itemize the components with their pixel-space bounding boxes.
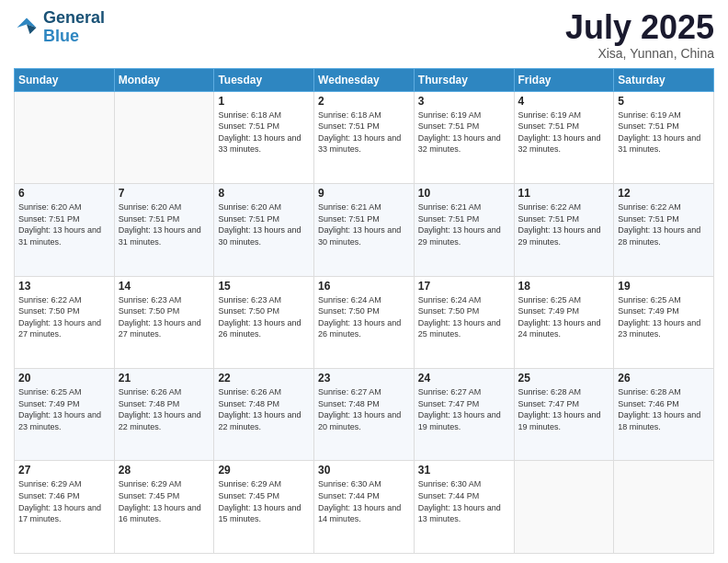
calendar-cell: 2Sunrise: 6:18 AMSunset: 7:51 PMDaylight… [314,91,415,183]
day-number: 24 [418,372,510,385]
calendar-cell: 1Sunrise: 6:18 AMSunset: 7:51 PMDaylight… [214,91,314,183]
cell-info: Sunrise: 6:25 AMSunset: 7:49 PMDaylight:… [618,294,710,340]
day-number: 4 [518,95,610,108]
day-number: 27 [18,464,110,477]
day-number: 25 [518,372,610,385]
calendar-cell: 27Sunrise: 6:29 AMSunset: 7:46 PMDayligh… [15,461,115,554]
day-number: 21 [119,372,210,385]
month-title: July 2025 [565,9,714,46]
calendar-cell: 28Sunrise: 6:29 AMSunset: 7:45 PMDayligh… [114,461,214,554]
logo-icon [14,15,40,40]
calendar-week-1: 1Sunrise: 6:18 AMSunset: 7:51 PMDaylight… [15,91,714,183]
calendar-cell: 11Sunrise: 6:22 AMSunset: 7:51 PMDayligh… [514,184,614,276]
cell-info: Sunrise: 6:20 AMSunset: 7:51 PMDaylight:… [218,201,310,247]
cell-info: Sunrise: 6:18 AMSunset: 7:51 PMDaylight:… [218,109,310,155]
calendar-cell: 22Sunrise: 6:26 AMSunset: 7:48 PMDayligh… [214,369,314,461]
calendar-cell: 26Sunrise: 6:28 AMSunset: 7:46 PMDayligh… [614,369,714,461]
cell-info: Sunrise: 6:20 AMSunset: 7:51 PMDaylight:… [18,201,110,247]
calendar-cell: 5Sunrise: 6:19 AMSunset: 7:51 PMDaylight… [614,91,714,183]
calendar-cell: 30Sunrise: 6:30 AMSunset: 7:44 PMDayligh… [314,461,415,554]
calendar-cell: 19Sunrise: 6:25 AMSunset: 7:49 PMDayligh… [614,276,714,368]
calendar-cell: 21Sunrise: 6:26 AMSunset: 7:48 PMDayligh… [114,369,214,461]
calendar-cell: 25Sunrise: 6:28 AMSunset: 7:47 PMDayligh… [514,369,614,461]
cell-info: Sunrise: 6:18 AMSunset: 7:51 PMDaylight:… [318,109,410,155]
logo: General Blue [14,9,105,46]
day-number: 31 [418,464,510,477]
calendar-header-row: SundayMondayTuesdayWednesdayThursdayFrid… [15,68,714,91]
calendar-week-3: 13Sunrise: 6:22 AMSunset: 7:50 PMDayligh… [15,276,714,368]
calendar-week-5: 27Sunrise: 6:29 AMSunset: 7:46 PMDayligh… [15,461,714,554]
cell-info: Sunrise: 6:25 AMSunset: 7:49 PMDaylight:… [18,386,110,432]
location: Xisa, Yunnan, China [565,46,714,61]
cell-info: Sunrise: 6:30 AMSunset: 7:44 PMDaylight:… [318,478,410,524]
page: General Blue July 2025 Xisa, Yunnan, Chi… [0,0,728,563]
cell-info: Sunrise: 6:26 AMSunset: 7:48 PMDaylight:… [119,386,210,432]
day-number: 17 [418,280,510,293]
day-number: 22 [218,372,310,385]
day-number: 12 [618,187,710,200]
calendar-cell: 31Sunrise: 6:30 AMSunset: 7:44 PMDayligh… [414,461,514,554]
calendar-week-2: 6Sunrise: 6:20 AMSunset: 7:51 PMDaylight… [15,184,714,276]
calendar-cell: 6Sunrise: 6:20 AMSunset: 7:51 PMDaylight… [15,184,115,276]
day-number: 16 [318,280,410,293]
cell-info: Sunrise: 6:29 AMSunset: 7:46 PMDaylight:… [18,478,110,524]
calendar-cell: 4Sunrise: 6:19 AMSunset: 7:51 PMDaylight… [514,91,614,183]
calendar-cell: 17Sunrise: 6:24 AMSunset: 7:50 PMDayligh… [414,276,514,368]
calendar-cell: 24Sunrise: 6:27 AMSunset: 7:47 PMDayligh… [414,369,514,461]
cell-info: Sunrise: 6:26 AMSunset: 7:48 PMDaylight:… [218,386,310,432]
day-header-friday: Friday [514,68,614,91]
cell-info: Sunrise: 6:28 AMSunset: 7:47 PMDaylight:… [518,386,610,432]
calendar-cell [114,91,214,183]
day-number: 6 [18,187,110,200]
day-header-tuesday: Tuesday [214,68,314,91]
cell-info: Sunrise: 6:22 AMSunset: 7:51 PMDaylight:… [518,201,610,247]
day-header-wednesday: Wednesday [314,68,415,91]
calendar-cell: 8Sunrise: 6:20 AMSunset: 7:51 PMDaylight… [214,184,314,276]
calendar-cell: 10Sunrise: 6:21 AMSunset: 7:51 PMDayligh… [414,184,514,276]
day-number: 29 [218,464,310,477]
logo-line2: Blue [43,28,105,46]
calendar-cell: 16Sunrise: 6:24 AMSunset: 7:50 PMDayligh… [314,276,415,368]
calendar-cell: 7Sunrise: 6:20 AMSunset: 7:51 PMDaylight… [114,184,214,276]
logo-text: General Blue [43,9,105,46]
day-number: 14 [119,280,210,293]
svg-marker-0 [17,17,37,28]
day-number: 26 [618,372,710,385]
cell-info: Sunrise: 6:29 AMSunset: 7:45 PMDaylight:… [218,478,310,524]
calendar-cell: 9Sunrise: 6:21 AMSunset: 7:51 PMDaylight… [314,184,415,276]
day-number: 5 [618,95,710,108]
cell-info: Sunrise: 6:23 AMSunset: 7:50 PMDaylight:… [119,294,210,340]
calendar-cell [614,461,714,554]
calendar-table: SundayMondayTuesdayWednesdayThursdayFrid… [14,68,714,554]
day-number: 1 [218,95,310,108]
calendar-cell [15,91,115,183]
day-number: 15 [218,280,310,293]
calendar-cell: 14Sunrise: 6:23 AMSunset: 7:50 PMDayligh… [114,276,214,368]
day-header-thursday: Thursday [414,68,514,91]
cell-info: Sunrise: 6:29 AMSunset: 7:45 PMDaylight:… [119,478,210,524]
cell-info: Sunrise: 6:21 AMSunset: 7:51 PMDaylight:… [318,201,410,247]
header: General Blue July 2025 Xisa, Yunnan, Chi… [14,9,714,61]
cell-info: Sunrise: 6:24 AMSunset: 7:50 PMDaylight:… [318,294,410,340]
cell-info: Sunrise: 6:25 AMSunset: 7:49 PMDaylight:… [518,294,610,340]
cell-info: Sunrise: 6:30 AMSunset: 7:44 PMDaylight:… [418,478,510,524]
cell-info: Sunrise: 6:20 AMSunset: 7:51 PMDaylight:… [119,201,210,247]
day-header-monday: Monday [114,68,214,91]
day-number: 7 [119,187,210,200]
day-number: 3 [418,95,510,108]
calendar-cell: 15Sunrise: 6:23 AMSunset: 7:50 PMDayligh… [214,276,314,368]
calendar-cell: 3Sunrise: 6:19 AMSunset: 7:51 PMDaylight… [414,91,514,183]
day-number: 10 [418,187,510,200]
day-number: 18 [518,280,610,293]
cell-info: Sunrise: 6:21 AMSunset: 7:51 PMDaylight:… [418,201,510,247]
calendar-cell: 20Sunrise: 6:25 AMSunset: 7:49 PMDayligh… [15,369,115,461]
cell-info: Sunrise: 6:23 AMSunset: 7:50 PMDaylight:… [218,294,310,340]
day-number: 30 [318,464,410,477]
cell-info: Sunrise: 6:19 AMSunset: 7:51 PMDaylight:… [518,109,610,155]
day-number: 23 [318,372,410,385]
calendar-cell [514,461,614,554]
calendar-cell: 13Sunrise: 6:22 AMSunset: 7:50 PMDayligh… [15,276,115,368]
day-number: 11 [518,187,610,200]
calendar-week-4: 20Sunrise: 6:25 AMSunset: 7:49 PMDayligh… [15,369,714,461]
day-header-sunday: Sunday [15,68,115,91]
